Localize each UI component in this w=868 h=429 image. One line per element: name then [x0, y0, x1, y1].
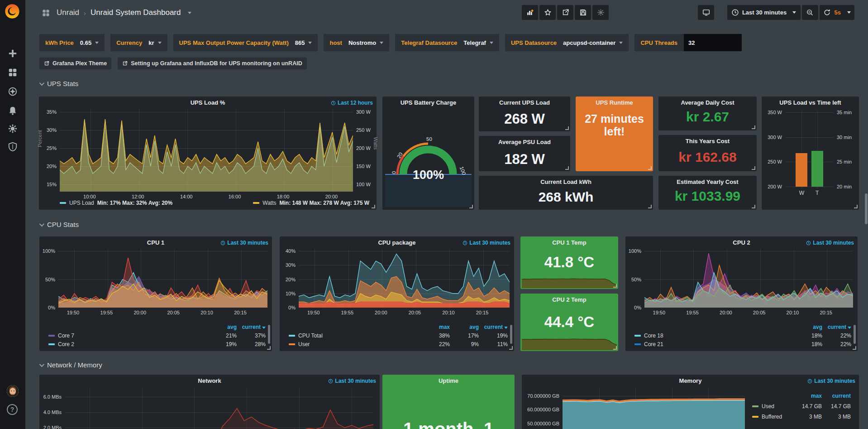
- chart-plot-area[interactable]: [644, 248, 853, 308]
- refresh-button[interactable]: 5s: [820, 5, 854, 20]
- variable-host[interactable]: hostNostromo: [324, 34, 389, 51]
- legend-series-name[interactable]: Core 7: [48, 333, 208, 339]
- dashboard-settings-button[interactable]: [592, 5, 609, 20]
- variable-input[interactable]: [684, 34, 742, 51]
- section-ups-stats[interactable]: UPS Stats: [39, 80, 78, 87]
- chevron-down-icon: [39, 80, 44, 85]
- legend-scrollbar[interactable]: [510, 325, 512, 344]
- legend-header-avg[interactable]: avg: [793, 324, 822, 330]
- legend-series-name[interactable]: Core 2: [48, 341, 208, 347]
- x-tick: 20:05: [409, 310, 421, 315]
- tv-mode-button[interactable]: [698, 5, 714, 20]
- y-tick-left: 250 W: [768, 159, 782, 164]
- server-admin-shield-icon[interactable]: [6, 140, 19, 153]
- legend-series-name[interactable]: UPS Load: [69, 200, 94, 206]
- variable-value[interactable]: Nostromo: [348, 39, 383, 46]
- legend-series-name[interactable]: Used: [752, 403, 793, 410]
- time-range-picker[interactable]: Last 30 minutes: [727, 5, 801, 20]
- legend-header-max[interactable]: max: [421, 324, 450, 330]
- legend-series-name[interactable]: CPU Total: [289, 333, 421, 339]
- breadcrumb-caret-icon[interactable]: [188, 12, 191, 14]
- dashboards-icon[interactable]: [6, 66, 19, 79]
- panel-title[interactable]: UPS Load %: [39, 99, 377, 106]
- section-network-memory[interactable]: Network / Memory: [39, 361, 102, 369]
- chart-plot-area[interactable]: [58, 248, 267, 308]
- panel-title[interactable]: Uptime: [382, 377, 515, 384]
- panel-title[interactable]: CPU 2 Temp: [520, 296, 618, 303]
- x-tick: 12:00: [132, 194, 144, 199]
- variable-value[interactable]: 0.65: [80, 39, 99, 46]
- avatar[interactable]: [7, 385, 19, 397]
- variable-value[interactable]: 865: [295, 39, 312, 46]
- legend-header-current[interactable]: current: [822, 393, 851, 399]
- legend-header-avg[interactable]: avg: [450, 324, 479, 330]
- legend-series-name[interactable]: Core 18: [634, 333, 793, 339]
- panel-time-override[interactable]: Last 30 minutes: [806, 240, 854, 246]
- panel-time-override[interactable]: Last 30 minutes: [220, 240, 268, 246]
- variable-ups-datasource[interactable]: UPS Datasourceapcupsd-container: [505, 34, 629, 51]
- panel-time-override[interactable]: Last 30 minutes: [463, 240, 510, 246]
- chart-plot-area[interactable]: [60, 108, 353, 192]
- panel-time-override[interactable]: Last 30 minutes: [807, 378, 855, 384]
- legend-value: 21%: [208, 333, 237, 339]
- panel-title[interactable]: Average PSU Load: [479, 139, 570, 145]
- legend-value: 18%: [793, 341, 822, 347]
- panel-title[interactable]: CPU 1 Temp: [520, 239, 618, 246]
- share-button[interactable]: [557, 5, 573, 20]
- legend-scrollbar[interactable]: [854, 325, 856, 344]
- refresh-caret-icon[interactable]: [847, 11, 851, 14]
- chart-plot-area[interactable]: [785, 110, 834, 189]
- panel-time-override[interactable]: Last 12 hours: [331, 100, 373, 106]
- variable-telegraf-datasource[interactable]: Telegraf DatasourceTelegraf: [395, 34, 499, 51]
- panel-title[interactable]: Current Load kWh: [479, 178, 653, 185]
- grafana-logo-icon[interactable]: [5, 4, 20, 19]
- legend-series-name[interactable]: Core 21: [634, 341, 793, 347]
- variable-value[interactable]: Telegraf: [463, 39, 493, 46]
- configuration-gear-icon[interactable]: [6, 122, 19, 135]
- panel-title[interactable]: UPS Load vs Time left: [762, 99, 859, 106]
- legend-header-current[interactable]: current: [479, 324, 508, 330]
- legend-series-name[interactable]: User: [289, 341, 421, 347]
- legend-series-name[interactable]: Buffered: [752, 414, 793, 420]
- refresh-interval-label[interactable]: 5s: [835, 9, 841, 16]
- variable-ups-max-output-power-capacity-watt-[interactable]: UPS Max Output Power Capacity (Watt)865: [173, 34, 318, 51]
- panel-title[interactable]: Estimated Yearly Cost: [658, 178, 757, 185]
- section-cpu-stats[interactable]: CPU Stats: [39, 221, 79, 228]
- panel-title[interactable]: UPS Runtime: [576, 99, 653, 106]
- variable-value[interactable]: apcupsd-container: [563, 39, 623, 46]
- legend-series-name[interactable]: Watts: [262, 200, 276, 206]
- chart-plot-area[interactable]: [65, 387, 373, 429]
- legend-header-max[interactable]: max: [793, 393, 822, 399]
- breadcrumb-folder[interactable]: Unraid: [57, 8, 79, 17]
- legend-scrollbar[interactable]: [268, 325, 270, 344]
- chevron-down-icon: [95, 42, 99, 44]
- explore-compass-icon[interactable]: [6, 85, 19, 98]
- legend-header-avg[interactable]: avg: [208, 324, 237, 330]
- variable-kwh-price[interactable]: kWh Price0.65: [39, 34, 105, 51]
- chart-plot-area[interactable]: [299, 248, 510, 308]
- panel-title[interactable]: Current UPS Load: [479, 99, 570, 106]
- variable-currency[interactable]: Currencykr: [110, 34, 167, 51]
- legend-header-current[interactable]: current: [822, 324, 851, 330]
- save-button[interactable]: [575, 5, 591, 20]
- dashboard-link[interactable]: Grafana Plex Theme: [39, 58, 111, 69]
- alerting-bell-icon[interactable]: [6, 104, 19, 117]
- variable-cpu-threads[interactable]: CPU Threads: [634, 34, 742, 51]
- breadcrumb-dashboard-title[interactable]: Unraid System Dashboard: [91, 8, 181, 17]
- add-panel-button[interactable]: [522, 5, 538, 20]
- panel-title[interactable]: UPS Battery Charge: [382, 99, 474, 106]
- y-tick-left: 20%: [286, 277, 296, 282]
- variable-value[interactable]: kr: [148, 39, 161, 46]
- panel-title[interactable]: This Years Cost: [658, 138, 757, 145]
- dashboard-link[interactable]: Setting up Grafana and InfluxDB for UPS …: [118, 58, 306, 69]
- star-button[interactable]: [539, 5, 556, 20]
- panel-title[interactable]: Average Daily Cost: [658, 99, 757, 106]
- chart-plot-area[interactable]: [563, 387, 745, 429]
- create-plus-icon[interactable]: [6, 47, 19, 60]
- help-icon[interactable]: ?: [7, 404, 18, 415]
- y-tick-left: 100%: [43, 248, 55, 254]
- zoom-out-button[interactable]: [802, 5, 818, 20]
- panel-time-override[interactable]: Last 30 minutes: [328, 378, 376, 384]
- page-scrollbar[interactable]: [865, 193, 868, 224]
- legend-header-current[interactable]: current: [237, 324, 266, 330]
